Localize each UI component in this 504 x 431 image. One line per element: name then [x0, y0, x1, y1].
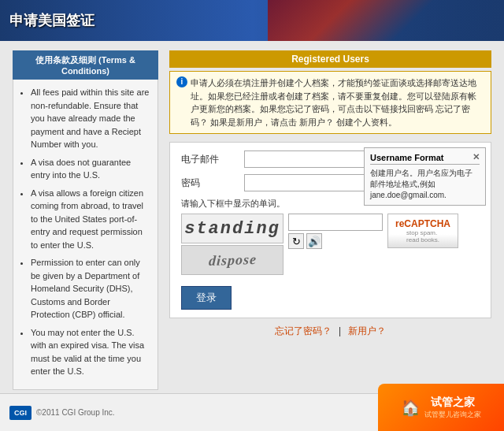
watermark-title: 试管之家	[424, 396, 481, 410]
watermark-overlay: 🏠 试管之家 试管婴儿咨询之家	[378, 384, 504, 431]
terms-item-5: You may not enter the U.S. with an expir…	[31, 326, 151, 378]
submit-button[interactable]: 登录	[181, 286, 232, 310]
captcha-controls: ↻ 🔊	[288, 233, 383, 249]
sidebar-content: All fees paid within this site are non-r…	[13, 80, 158, 390]
page-header: 申请美国签证	[0, 0, 504, 41]
info-icon: i	[176, 76, 187, 87]
terms-list: All fees paid within this site are non-r…	[20, 86, 151, 378]
left-sidebar: 使用条款及细则 (Terms & Conditions) All fees pa…	[13, 50, 158, 402]
link-separator: |	[339, 325, 341, 336]
terms-item-3: A visa allows a foreign citizen coming f…	[31, 187, 151, 252]
captcha-audio-button[interactable]: 🔊	[306, 233, 322, 249]
email-label: 电子邮件	[181, 153, 244, 166]
footer-copyright: ©2011 CGI Group Inc.	[36, 408, 115, 417]
username-format-text: 创建用户名。用户名应为电子邮件地址格式,例如 jane.doe@gmail.co…	[370, 168, 480, 201]
registered-users-title: Registered Users	[169, 50, 491, 68]
info-box: i 申请人必须在填注册并创建个人档案，才能预约签证面谈或选择邮寄送达地址。如果您…	[169, 71, 491, 134]
captcha-area: 请输入下框中显示的单词。 standing dispose ↻	[181, 198, 480, 275]
captcha-image-top: standing	[181, 214, 284, 243]
sidebar-title: 使用条款及细则 (Terms & Conditions)	[13, 50, 158, 80]
cgi-logo: CGI	[9, 406, 32, 420]
username-format-popup: Username Format ✕ 创建用户名。用户名应为电子邮件地址格式,例如…	[364, 147, 486, 206]
captcha-logo-sub: stop spam.read books.	[406, 229, 439, 243]
header-background	[268, 0, 504, 41]
watermark-subtitle: 试管婴儿咨询之家	[424, 410, 481, 420]
bottom-links: 忘记了密码？ | 新用户？	[169, 325, 491, 338]
watermark-icon: 🏠	[401, 398, 421, 417]
captcha-refresh-button[interactable]: ↻	[288, 233, 304, 249]
username-format-title: Username Format ✕	[370, 152, 480, 165]
watermark-text-group: 试管之家 试管婴儿咨询之家	[424, 396, 481, 420]
captcha-logo-text: reCAPTCHA	[395, 218, 450, 229]
username-format-close-button[interactable]: ✕	[472, 152, 480, 162]
terms-item-4: Permission to enter can only be given by…	[31, 256, 151, 321]
terms-item-1: All fees paid within this site are non-r…	[31, 86, 151, 151]
main-container: 使用条款及细则 (Terms & Conditions) All fees pa…	[0, 41, 504, 411]
captcha-images: standing dispose	[181, 214, 284, 275]
terms-item-2: A visa does not guarantee entry into the…	[31, 156, 151, 182]
email-input[interactable]	[244, 150, 370, 168]
new-user-link[interactable]: 新用户？	[348, 325, 386, 336]
captcha-text-input[interactable]	[288, 214, 383, 231]
captcha-right: ↻ 🔊	[288, 214, 383, 249]
page-title: 申请美国签证	[9, 11, 94, 30]
captcha-row: standing dispose ↻ 🔊 re	[181, 214, 480, 275]
right-panel: Registered Users i 申请人必须在填注册并创建个人档案，才能预约…	[169, 50, 491, 402]
footer-left: CGI ©2011 CGI Group Inc.	[9, 406, 115, 420]
forgot-password-link[interactable]: 忘记了密码？	[275, 325, 332, 336]
info-text: 申请人必须在填注册并创建个人档案，才能预约签证面谈或选择邮寄送达地址。如果您已经…	[191, 76, 484, 128]
captcha-logo: reCAPTCHA stop spam.read books.	[387, 214, 458, 248]
login-form: Username Format ✕ 创建用户名。用户名应为电子邮件地址格式,例如…	[169, 142, 491, 318]
password-input[interactable]	[244, 174, 370, 191]
captcha-image-bottom: dispose	[181, 245, 284, 275]
info-box-inner: i 申请人必须在填注册并创建个人档案，才能预约签证面谈或选择邮寄送达地址。如果您…	[176, 76, 484, 128]
password-label: 密码	[181, 176, 244, 190]
